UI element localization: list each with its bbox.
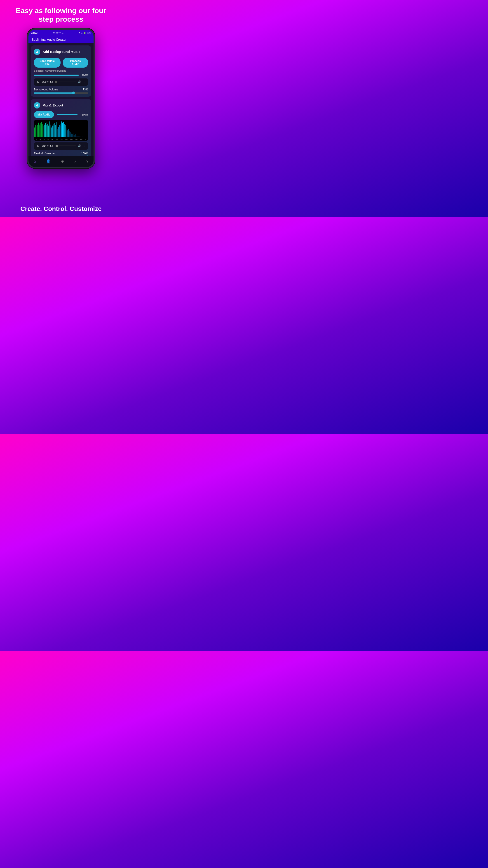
freq-label-2: 2: [85, 139, 86, 141]
svg-rect-10: [42, 124, 43, 137]
background-volume-row: Background Volume 73%: [34, 88, 88, 91]
freq-label-20k: 20k: [80, 139, 82, 141]
svg-rect-51: [74, 135, 75, 137]
process-audio-button[interactable]: Process Audio: [63, 58, 88, 68]
freq-label-10k: 10k: [56, 139, 58, 141]
nav-home[interactable]: ⌂: [34, 159, 36, 163]
freq-label-4k: 4k: [43, 139, 45, 141]
step4-volume-icon[interactable]: 🔊: [78, 145, 81, 147]
svg-rect-5: [38, 123, 39, 137]
step3-volume-icon[interactable]: 🔊: [78, 81, 81, 84]
step3-seek-bar[interactable]: [55, 82, 76, 82]
step3-seek-thumb: [55, 81, 57, 83]
page-title: Easy as following our four step process: [7, 0, 115, 28]
status-notifs: ⊛ 22° ∞ ☁: [53, 32, 64, 34]
mix-progress-fill: [57, 114, 77, 115]
background-volume-label: Background Volume: [34, 88, 58, 91]
svg-rect-3: [37, 124, 37, 137]
svg-rect-25: [54, 126, 54, 137]
svg-rect-27: [55, 125, 56, 137]
home-icon: ⌂: [34, 159, 36, 163]
svg-rect-33: [60, 124, 61, 137]
step4-seek-bar[interactable]: [55, 146, 76, 146]
voicemail-icon: ∞: [59, 32, 61, 34]
battery-pct: 52%: [87, 32, 91, 34]
svg-rect-46: [70, 132, 71, 137]
final-volume-pct: 100%: [81, 152, 88, 155]
svg-rect-29: [57, 125, 57, 137]
svg-rect-2: [36, 126, 37, 137]
svg-rect-19: [49, 121, 50, 137]
spectrum-labels: k 2k 4k 6k 8k 10k 12k 14k 16k 18k 20k 2: [34, 139, 88, 141]
freq-label-14k: 14k: [65, 139, 68, 141]
step3-play-button[interactable]: ▶: [37, 80, 40, 84]
step3-card: 3 Add Background Music Load Music File P…: [31, 45, 91, 97]
step3-badge: 3: [34, 49, 40, 55]
nav-help[interactable]: ?: [86, 159, 88, 163]
svg-rect-41: [67, 129, 67, 137]
background-volume-slider[interactable]: [34, 92, 88, 94]
mix-audio-button[interactable]: Mix Audio: [34, 111, 54, 118]
step4-audio-player: ▶ 0:14 / 4:53 🔊 ⋮: [34, 143, 88, 150]
svg-rect-47: [71, 133, 72, 137]
music-icon: ♪: [74, 159, 76, 163]
signal-icon: ▲: [81, 32, 83, 34]
nav-users[interactable]: 👤: [46, 159, 51, 163]
svg-rect-40: [66, 127, 66, 137]
step3-progress-fill: [34, 74, 79, 76]
svg-rect-56: [78, 136, 79, 137]
freq-label-18k: 18k: [75, 139, 77, 141]
svg-rect-1: [35, 125, 36, 137]
svg-rect-23: [52, 125, 53, 137]
help-icon: ?: [86, 159, 88, 163]
svg-rect-14: [45, 123, 46, 137]
svg-rect-59: [80, 136, 81, 137]
step3-audio-player: ▶ 0:00 / 4:53 🔊 ⋮: [34, 79, 88, 86]
step4-title: Mix & Export: [42, 103, 63, 107]
svg-rect-52: [75, 134, 76, 137]
background-volume-thumb: [72, 92, 75, 94]
svg-rect-57: [79, 136, 80, 137]
bottom-nav: ⌂ 👤 ⊙ ♪ ?: [29, 156, 94, 167]
app-bar-title: Subliminal Audio Creator: [32, 38, 90, 41]
mix-progress-pct: 100%: [80, 113, 88, 116]
svg-rect-6: [39, 125, 39, 137]
nav-music[interactable]: ♪: [74, 159, 76, 163]
svg-rect-30: [58, 129, 58, 137]
svg-rect-20: [50, 123, 51, 137]
step4-card: 4 Mix & Export Mix Audio 100%: [31, 99, 91, 156]
step3-more-icon[interactable]: ⋮: [83, 81, 86, 84]
svg-rect-55: [77, 136, 78, 137]
svg-rect-0: [34, 127, 35, 137]
app-content[interactable]: 3 Add Background Music Load Music File P…: [29, 43, 94, 156]
svg-rect-35: [61, 121, 62, 137]
step4-play-button[interactable]: ▶: [37, 144, 40, 148]
svg-rect-54: [76, 135, 77, 137]
step3-header: 3 Add Background Music: [34, 49, 88, 55]
svg-rect-9: [41, 122, 42, 137]
nav-upload[interactable]: ⊙: [61, 159, 64, 163]
freq-label-2k: 2k: [39, 139, 41, 141]
svg-rect-43: [68, 129, 69, 137]
svg-rect-36: [62, 123, 63, 137]
step3-buttons: Load Music File Process Audio: [34, 58, 88, 68]
svg-rect-32: [59, 125, 60, 137]
status-icons: ▾ ▲ 🔋 52%: [79, 32, 91, 34]
svg-rect-48: [72, 134, 73, 137]
svg-rect-16: [47, 122, 47, 137]
step3-progress-pct: 100%: [80, 74, 88, 76]
freq-label-k: k: [36, 139, 37, 141]
step4-more-icon[interactable]: ⋮: [83, 145, 86, 147]
svg-rect-45: [70, 132, 70, 137]
step3-player-time: 0:00 / 4:53: [42, 81, 53, 83]
svg-rect-44: [69, 131, 70, 137]
final-volume-row: Final Mix Volume 100%: [34, 152, 88, 155]
svg-rect-28: [56, 122, 57, 137]
freq-label-12k: 12k: [60, 139, 63, 141]
bottom-tagline: Create. Control. Customize: [16, 202, 106, 217]
mix-progress-track: [57, 114, 77, 115]
step4-header: 4 Mix & Export: [34, 102, 88, 108]
svg-rect-39: [65, 125, 66, 137]
status-time: 10:23: [31, 31, 37, 34]
load-music-button[interactable]: Load Music File: [34, 58, 61, 68]
